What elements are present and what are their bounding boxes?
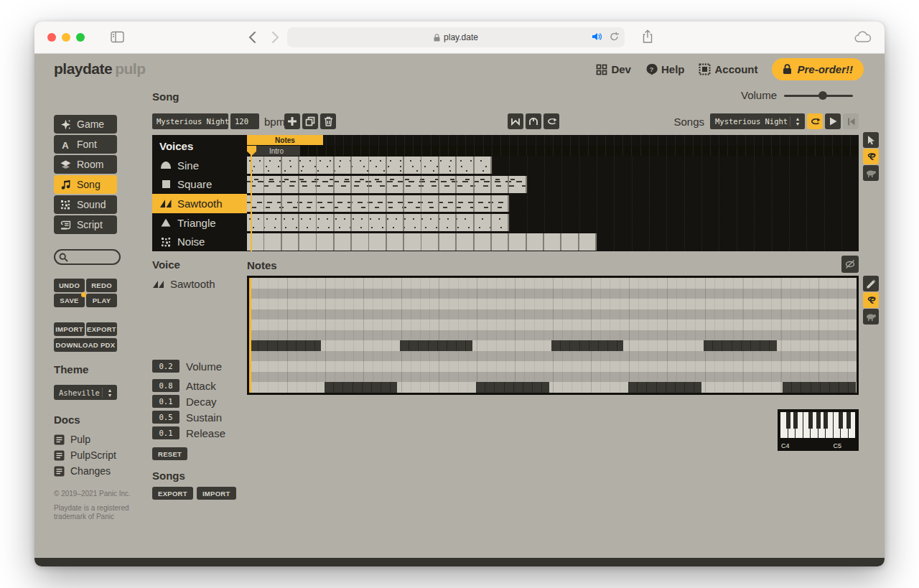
play-song-button[interactable] [825, 113, 841, 129]
piano-roll-row[interactable] [249, 361, 857, 372]
attack-value-input[interactable]: 0.8 [152, 379, 179, 392]
section-intro-chip[interactable]: Intro [253, 146, 300, 156]
piano-roll-row[interactable] [249, 319, 857, 330]
forward-icon[interactable] [271, 31, 279, 44]
piano-black-key[interactable] [786, 412, 790, 429]
piano-roll-row[interactable] [249, 278, 857, 289]
sidebar-item-font[interactable]: AFont [54, 135, 117, 154]
piano-roll[interactable] [247, 276, 859, 395]
sidebar-toggle-icon[interactable] [111, 31, 124, 43]
redo-button[interactable]: REDO [86, 279, 117, 292]
voice-row-sawtooth[interactable]: Sawtooth [152, 194, 247, 213]
voice-row-triangle[interactable]: Triangle [152, 213, 247, 233]
preview-mute-button[interactable] [841, 256, 859, 273]
note-bar[interactable] [628, 382, 701, 393]
theme-select[interactable]: Asheville ▲▼ [54, 385, 117, 400]
note-bar[interactable] [551, 340, 623, 351]
voice-row-square[interactable]: Square [152, 175, 247, 195]
song-name-input[interactable]: Mysterious Night [152, 113, 228, 129]
skip-back-button[interactable] [843, 113, 859, 129]
import-button[interactable]: IMPORT [54, 322, 85, 336]
undo-button[interactable]: UNDO [54, 279, 85, 292]
piano-black-key[interactable] [839, 412, 843, 429]
doc-link-pulpscript[interactable]: PulpScript [54, 447, 116, 463]
nav-item-account[interactable]: Account [699, 63, 757, 75]
notes-region-chip[interactable]: Notes [247, 135, 323, 145]
piano-black-key[interactable] [793, 412, 798, 429]
save-button[interactable]: SAVE [54, 294, 85, 307]
timeline-track-square[interactable] [247, 175, 859, 194]
piano-black-key[interactable] [808, 412, 813, 429]
bpm-input[interactable]: 120 [230, 113, 259, 129]
loop-playback-button[interactable] [807, 113, 823, 129]
lasso-tool-button[interactable] [863, 292, 879, 308]
song-timeline[interactable]: Notes Intro [247, 135, 859, 251]
doc-link-pulp[interactable]: Pulp [54, 431, 116, 447]
add-song-button[interactable] [284, 113, 300, 129]
download-pdx-button[interactable]: DOWNLOAD PDX [54, 338, 117, 352]
audio-playing-icon[interactable] [592, 32, 602, 41]
note-bar[interactable] [783, 382, 856, 393]
minimize-window-button[interactable] [62, 33, 70, 42]
preorder-button[interactable]: Pre-order!! [772, 58, 864, 80]
url-bar[interactable]: play.date [287, 27, 625, 47]
export-button[interactable]: EXPORT [86, 322, 117, 336]
note-bar[interactable] [704, 340, 777, 351]
pattern-blocks[interactable] [247, 157, 492, 174]
piano-roll-row[interactable] [249, 351, 857, 362]
piano-roll-row[interactable] [249, 299, 857, 309]
pointer-tool-button[interactable] [863, 132, 879, 148]
lasso-tool-button[interactable] [863, 149, 879, 164]
note-bar[interactable] [400, 340, 473, 351]
cloud-icon[interactable] [854, 31, 872, 43]
pattern-bridge-button[interactable] [526, 113, 541, 129]
piano-roll-row[interactable] [249, 309, 857, 320]
volume-value-input[interactable]: 0.2 [152, 360, 179, 373]
note-bar[interactable] [325, 382, 398, 393]
note-bar[interactable] [249, 340, 321, 351]
sheep-tool-button[interactable] [863, 165, 879, 181]
volume-slider[interactable] [784, 91, 853, 100]
share-icon[interactable] [642, 29, 653, 44]
piano-roll-row[interactable] [249, 330, 857, 341]
nav-item-help[interactable]: ? Help [645, 63, 685, 75]
play-button[interactable]: PLAY [86, 294, 117, 307]
nav-item-dev[interactable]: Dev [596, 63, 631, 75]
reset-button[interactable]: RESET [152, 447, 187, 460]
sidebar-item-script[interactable]: Script [54, 215, 117, 234]
piano-roll-row[interactable] [249, 289, 857, 299]
playdate-pulp-logo[interactable]: playdatepulp [54, 60, 146, 78]
sidebar-item-game[interactable]: Game [54, 115, 117, 134]
duplicate-song-button[interactable] [302, 113, 318, 129]
sheep-tool-button[interactable] [863, 309, 879, 325]
piano-black-key[interactable] [846, 412, 851, 429]
pattern-blocks[interactable] [247, 176, 527, 193]
timeline-track-sawtooth[interactable] [247, 195, 859, 213]
timeline-track-noise[interactable] [247, 233, 859, 251]
delete-song-button[interactable] [320, 113, 336, 129]
back-icon[interactable] [248, 31, 256, 44]
piano-roll-row[interactable] [249, 372, 857, 383]
volume-slider-thumb[interactable] [818, 91, 827, 100]
close-window-button[interactable] [47, 33, 56, 42]
sustain-value-input[interactable]: 0.5 [152, 411, 179, 424]
pattern-blocks[interactable] [247, 233, 597, 251]
timeline-track-triangle[interactable] [247, 213, 859, 232]
doc-link-changes[interactable]: Changes [54, 463, 116, 479]
pattern-blocks[interactable] [247, 195, 509, 213]
pencil-tool-button[interactable] [863, 276, 879, 291]
sidebar-item-room[interactable]: Room [54, 155, 117, 174]
decay-value-input[interactable]: 0.1 [152, 395, 179, 408]
sidebar-item-song[interactable]: Song [54, 175, 117, 194]
voice-row-sine[interactable]: Sine [152, 156, 247, 175]
loop-section-button[interactable] [544, 113, 559, 129]
songs-export-button[interactable]: EXPORT [152, 487, 193, 500]
piano-black-key[interactable] [816, 412, 821, 429]
sidebar-item-sound[interactable]: Sound [54, 195, 117, 214]
search-input[interactable] [54, 249, 121, 265]
note-bar[interactable] [476, 382, 549, 393]
reload-icon[interactable] [610, 32, 619, 42]
songs-import-button[interactable]: IMPORT [197, 487, 236, 500]
zoom-window-button[interactable] [76, 33, 85, 42]
release-value-input[interactable]: 0.1 [152, 426, 179, 439]
